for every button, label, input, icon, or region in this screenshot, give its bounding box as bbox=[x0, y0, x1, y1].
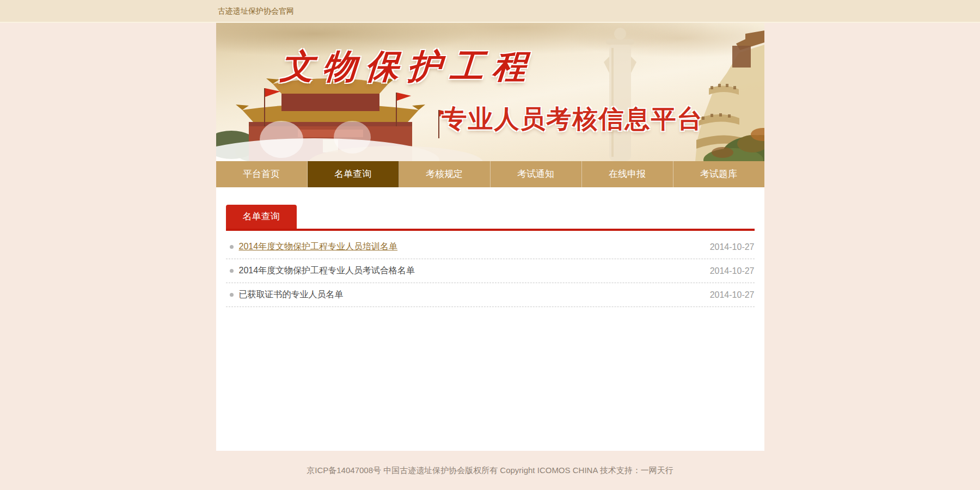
page-column: 文物保护工程 专业人员考核信息平台 平台首页 名单查询 考核规定 考试通知 在线… bbox=[216, 23, 764, 451]
nav-item-list-query[interactable]: 名单查询 bbox=[308, 161, 399, 187]
list-item-date: 2014-10-27 bbox=[710, 266, 755, 276]
content-area: 名单查询 2014年度文物保护工程专业人员培训名单 2014-10-27 201… bbox=[216, 187, 764, 451]
footer: 京ICP备14047008号 中国古迹遗址保护协会版权所有 Copyright … bbox=[0, 451, 980, 476]
section-divider bbox=[226, 229, 755, 231]
bullet-icon bbox=[230, 293, 234, 297]
bullet-icon bbox=[230, 245, 234, 249]
great-wall-graphic bbox=[695, 30, 764, 161]
section-tab-list-query: 名单查询 bbox=[226, 205, 297, 229]
nav-item-question-bank[interactable]: 考试题库 bbox=[673, 161, 764, 187]
list-item-date: 2014-10-27 bbox=[710, 242, 755, 252]
footer-copyright-text: 京ICP备14047008号 中国古迹遗址保护协会版权所有 Copyright … bbox=[307, 465, 673, 475]
nav-item-exam-notice[interactable]: 考试通知 bbox=[491, 161, 582, 187]
list-item-link-certified[interactable]: 已获取证书的专业人员名单 bbox=[239, 289, 344, 301]
list-item: 已获取证书的专业人员名单 2014-10-27 bbox=[226, 283, 755, 307]
nav-item-home[interactable]: 平台首页 bbox=[216, 161, 308, 187]
topbar: 古迹遗址保护协会官网 bbox=[0, 0, 980, 23]
list-item: 2014年度文物保护工程专业人员培训名单 2014-10-27 bbox=[226, 235, 755, 259]
banner-subtitle: 专业人员考核信息平台 bbox=[442, 102, 703, 136]
list-item-link-training[interactable]: 2014年度文物保护工程专业人员培训名单 bbox=[239, 241, 398, 253]
list-item-link-exam-pass[interactable]: 2014年度文物保护工程专业人员考试合格名单 bbox=[239, 265, 415, 277]
huabiao-column-graphic bbox=[604, 28, 636, 161]
banner: 文物保护工程 专业人员考核信息平台 bbox=[216, 23, 764, 161]
nav-item-online-apply[interactable]: 在线申报 bbox=[582, 161, 673, 187]
list-item: 2014年度文物保护工程专业人员考试合格名单 2014-10-27 bbox=[226, 259, 755, 283]
news-list: 2014年度文物保护工程专业人员培训名单 2014-10-27 2014年度文物… bbox=[226, 235, 755, 307]
bullet-icon bbox=[230, 269, 234, 273]
main-nav: 平台首页 名单查询 考核规定 考试通知 在线申报 考试题库 bbox=[216, 161, 764, 187]
banner-title: 文物保护工程 bbox=[279, 44, 537, 89]
nav-item-assessment-rules[interactable]: 考核规定 bbox=[399, 161, 491, 187]
list-item-date: 2014-10-27 bbox=[710, 290, 755, 300]
association-site-link[interactable]: 古迹遗址保护协会官网 bbox=[218, 0, 294, 22]
